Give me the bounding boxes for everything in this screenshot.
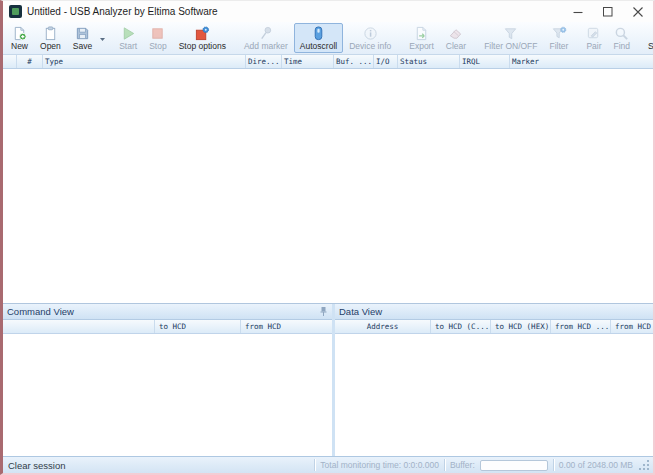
app-icon[interactable] xyxy=(9,5,22,18)
new-button[interactable]: New xyxy=(5,23,34,53)
info-icon xyxy=(363,26,378,41)
filter-onoff-button-label: Filter ON/OFF xyxy=(484,41,537,52)
save-floppy-icon xyxy=(75,26,90,41)
funnel-gear-icon xyxy=(551,26,567,41)
save-button[interactable]: Save xyxy=(67,23,98,53)
status-session-text: Clear session xyxy=(8,460,66,471)
stop-button[interactable]: Stop xyxy=(143,23,173,53)
eraser-icon xyxy=(448,26,463,41)
data-view-columns: Address to HCD (C... to HCD (HEX) from H… xyxy=(335,320,655,334)
command-column-from-hcd[interactable]: from HCD xyxy=(241,320,332,333)
save-dropdown-arrow[interactable] xyxy=(98,22,107,54)
stop-options-button-label: Stop options xyxy=(179,41,226,52)
open-button-label: Open xyxy=(40,41,61,52)
open-icon xyxy=(43,26,58,41)
save-button-label: Save xyxy=(73,41,92,52)
stop-options-button[interactable]: Stop options xyxy=(173,23,232,53)
funnel-icon xyxy=(503,26,518,41)
device-info-button-label: Device info xyxy=(349,41,391,52)
column-header-io[interactable]: I/O xyxy=(374,55,398,68)
column-header-blank[interactable] xyxy=(3,55,17,68)
open-button[interactable]: Open xyxy=(34,23,67,53)
status-separator xyxy=(553,459,554,471)
stop-options-icon xyxy=(194,26,210,41)
column-header-marker[interactable]: Marker xyxy=(510,55,653,68)
column-header-irql[interactable]: IRQL xyxy=(460,55,510,68)
settings-button-label: Settings xyxy=(648,41,655,52)
export-button-label: Export xyxy=(409,41,434,52)
command-column-to-hcd[interactable]: to HCD xyxy=(155,320,241,333)
data-column-from-hcd[interactable]: from HCD ... xyxy=(551,320,611,333)
start-button-label: Start xyxy=(119,41,137,52)
autoscroll-button[interactable]: Autoscroll xyxy=(294,23,343,53)
data-column-to-hcd-c[interactable]: to HCD (C... xyxy=(431,320,491,333)
autoscroll-button-label: Autoscroll xyxy=(300,41,337,52)
pair-button-label: Pair xyxy=(586,41,601,52)
column-header-type[interactable]: Type xyxy=(43,55,246,68)
column-header-buffer[interactable]: Buf. ... xyxy=(334,55,374,68)
command-view-body xyxy=(3,334,332,456)
close-icon xyxy=(633,7,643,17)
maximize-button[interactable] xyxy=(593,1,623,22)
start-play-icon xyxy=(121,26,136,41)
data-view-header: Data View xyxy=(335,304,655,320)
stop-square-icon xyxy=(150,26,165,41)
command-view-panel: Command View to HCD from HCD xyxy=(3,304,332,456)
status-separator xyxy=(444,459,445,471)
command-view-columns: to HCD from HCD xyxy=(3,320,332,334)
minimize-button[interactable] xyxy=(563,1,593,22)
column-header-direction[interactable]: Dire... xyxy=(246,55,282,68)
filter-onoff-button[interactable]: Filter ON/OFF xyxy=(478,23,543,53)
filter-button-label: Filter xyxy=(549,41,568,52)
command-view-header: Command View xyxy=(3,304,332,320)
pin-icon xyxy=(319,306,328,317)
data-view-body xyxy=(335,334,655,456)
status-bar: Clear session Total monitoring time: 0:0… xyxy=(3,456,653,473)
data-column-to-hcd-hex[interactable]: to HCD (HEX) xyxy=(491,320,551,333)
maximize-icon xyxy=(603,7,613,17)
window-controls xyxy=(563,1,653,22)
export-button[interactable]: Export xyxy=(403,23,440,53)
find-button[interactable]: Find xyxy=(608,23,637,53)
data-view-title: Data View xyxy=(339,306,382,317)
magnifier-icon xyxy=(614,26,629,41)
resize-grip-icon xyxy=(638,459,650,471)
data-view-panel: Data View Address to HCD (C... to HCD (H… xyxy=(335,304,655,456)
data-column-from-hcd-hex[interactable]: from HCD (... xyxy=(611,320,655,333)
pair-button[interactable]: Pair xyxy=(580,23,607,53)
start-button[interactable]: Start xyxy=(113,23,143,53)
chevron-down-icon xyxy=(99,31,106,46)
autoscroll-icon xyxy=(311,26,326,41)
minimize-icon xyxy=(573,7,583,17)
add-marker-button-label: Add marker xyxy=(244,41,288,52)
resize-grip[interactable] xyxy=(638,459,650,471)
pair-icon xyxy=(586,26,601,41)
status-right-group: Total monitoring time: 0:0:0.000 Buffer:… xyxy=(314,459,650,471)
filter-button[interactable]: Filter xyxy=(543,23,574,53)
bottom-panels: Command View to HCD from HCD Data View xyxy=(3,303,653,456)
monitoring-time-text: Total monitoring time: 0:0:0.000 xyxy=(320,460,439,470)
window-title: Untitled - USB Analyzer by Eltima Softwa… xyxy=(27,6,218,17)
buffer-label: Buffer: xyxy=(450,460,475,470)
column-header-number[interactable]: # xyxy=(17,55,43,68)
data-column-address[interactable]: Address xyxy=(335,320,431,333)
column-header-time[interactable]: Time xyxy=(282,55,334,68)
close-button[interactable] xyxy=(623,1,653,22)
status-separator xyxy=(314,459,315,471)
clear-button[interactable]: Clear xyxy=(440,23,472,53)
app-window: Untitled - USB Analyzer by Eltima Softwa… xyxy=(0,0,655,475)
command-view-pin-button[interactable] xyxy=(319,306,328,317)
add-marker-button[interactable]: Add marker xyxy=(238,23,294,53)
column-header-status[interactable]: Status xyxy=(398,55,460,68)
command-column-blank[interactable] xyxy=(3,320,155,333)
new-button-label: New xyxy=(11,41,28,52)
toolbar: New Open Save Start Stop Stop options A xyxy=(3,22,653,55)
export-icon xyxy=(414,26,429,41)
packet-list xyxy=(3,69,653,303)
new-document-icon xyxy=(12,26,27,41)
settings-button[interactable]: Settings xyxy=(642,23,655,53)
stop-button-label: Stop xyxy=(149,41,167,52)
clear-button-label: Clear xyxy=(446,41,466,52)
device-info-button[interactable]: Device info xyxy=(343,23,397,53)
main-grid-header: # Type Dire... Time Buf. ... I/O Status … xyxy=(3,55,653,69)
